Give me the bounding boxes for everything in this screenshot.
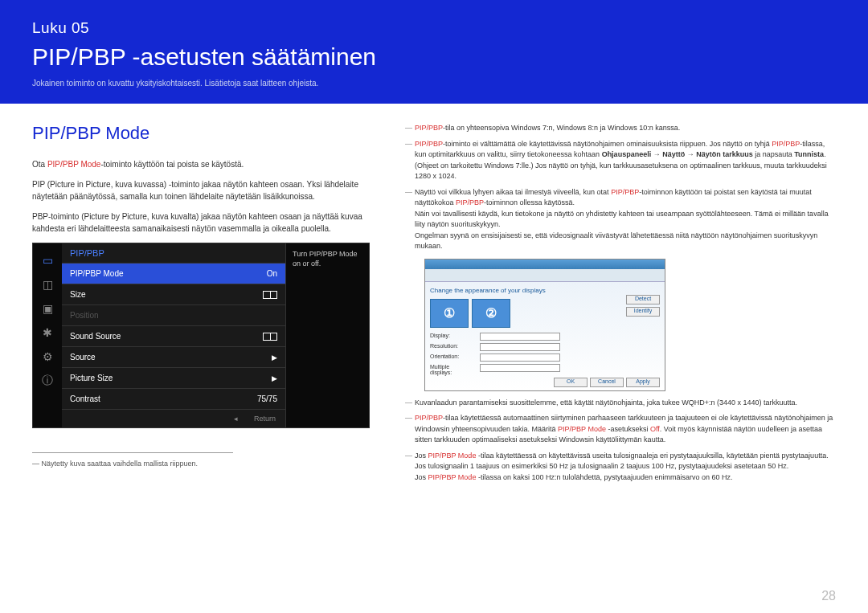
split-icon (263, 291, 277, 299)
apply-button: Apply (626, 378, 660, 387)
left-column: PIP/PBP Mode Ota PIP/PBP Mode-toiminto k… (32, 123, 386, 488)
footnote: ― Näytetty kuva saattaa vaihdella mallis… (32, 460, 233, 468)
ok-button: OK (554, 378, 588, 387)
monitor-2-icon: ② (472, 299, 510, 328)
onscreen-icon: ▣ (39, 300, 56, 317)
note-item-3: Näyttö voi vilkkua lyhyen aikaa tai ilme… (405, 187, 836, 252)
right-column: PIP/PBP-tila on yhteensopiva Windows 7:n… (405, 123, 836, 488)
osd-row-source: Source▶ (62, 346, 285, 367)
note-item-2: PIP/PBP-toiminto ei välttämättä ole käyt… (405, 139, 836, 182)
page-number: 28 (821, 589, 836, 603)
intro-paragraph-1: Ota PIP/PBP Mode-toiminto käyttöön tai p… (32, 158, 386, 170)
intro-paragraph-2: PIP (Picture in Picture, kuva kuvassa) -… (32, 178, 386, 202)
osd-sidebar: ▭ ◫ ▣ ✱ ⚙ ⓘ (33, 243, 62, 427)
window-ribbon (425, 269, 665, 282)
osd-row-sound: Sound Source (62, 325, 285, 346)
osd-row-size: Size (62, 284, 285, 304)
pip-icon: ◫ (39, 276, 56, 293)
page-title: PIP/PBP -asetusten säätäminen (32, 43, 836, 71)
monitor-1-icon: ① (430, 299, 469, 328)
system-icon: ✱ (39, 324, 56, 341)
split-icon (263, 333, 277, 341)
note-item-5: PIP/PBP-tilaa käytettäessä automaattinen… (405, 413, 836, 446)
footnote-divider: ― Näytetty kuva saattaa vaihdella mallis… (32, 452, 233, 468)
chapter-label: Luku 05 (32, 19, 836, 37)
settings-icon: ⚙ (39, 348, 56, 366)
intro-paragraph-3: PBP-toiminto (Picture by Picture, kuva k… (32, 210, 386, 235)
osd-header: PIP/PBP (62, 243, 285, 263)
identify-button: Identify (626, 307, 660, 317)
osd-menu-screenshot: ▭ ◫ ▣ ✱ ⚙ ⓘ PIP/PBP PIP/PBP ModeOn Size … (32, 243, 370, 428)
display-icon: ▭ (39, 251, 56, 269)
chevron-right-icon: ▶ (272, 374, 277, 382)
osd-hint-panel: Turn PIP/PBP Mode on or off. (285, 243, 369, 427)
page-subtitle: Jokainen toiminto on kuvattu yksityiskoh… (32, 79, 836, 88)
section-title: PIP/PBP Mode (32, 123, 386, 144)
chapter-header: Luku 05 PIP/PBP -asetusten säätäminen Jo… (0, 0, 868, 104)
nav-left-icon: ◂ (234, 415, 238, 423)
osd-row-picturesize: Picture Size▶ (62, 367, 285, 388)
osd-main: PIP/PBP PIP/PBP ModeOn Size Position Sou… (62, 243, 285, 427)
cancel-button: Cancel (590, 378, 624, 387)
note-item-6: Jos PIP/PBP Mode -tilaa käytettäessä on … (405, 451, 836, 484)
osd-row-position: Position (62, 304, 285, 325)
window-titlebar (425, 260, 665, 269)
windows-display-screenshot: Change the appearance of your displays ①… (424, 259, 665, 391)
osd-row-contrast: Contrast75/75 (62, 388, 285, 409)
note-item-4: Kuvanlaadun parantamiseksi suosittelemme… (405, 398, 836, 409)
detect-button: Detect (626, 295, 660, 304)
chevron-right-icon: ▶ (272, 353, 277, 362)
osd-row-mode: PIP/PBP ModeOn (62, 263, 285, 284)
window-heading: Change the appearance of your displays (430, 287, 660, 294)
info-icon: ⓘ (39, 372, 56, 390)
osd-footer: ◂ Return (62, 409, 285, 427)
note-item-1: PIP/PBP-tila on yhteensopiva Windows 7:n… (405, 123, 836, 134)
